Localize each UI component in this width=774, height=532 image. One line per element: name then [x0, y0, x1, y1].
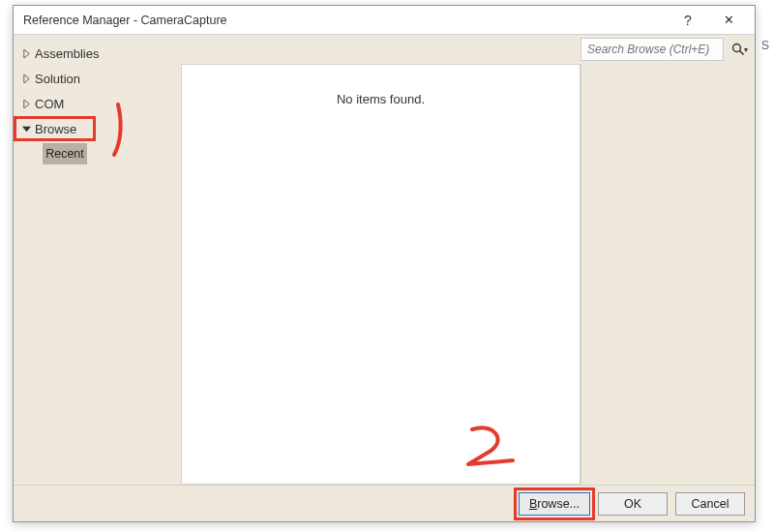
browse-label-rest: rowse... — [537, 497, 580, 511]
chevron-right-icon — [21, 99, 31, 108]
chevron-down-icon — [21, 124, 31, 133]
results-list: No items found. — [181, 64, 580, 485]
sidebar-item-com[interactable]: COM — [14, 91, 181, 116]
cancel-button[interactable]: Cancel — [675, 492, 745, 516]
dropdown-caret-icon: ▾ — [744, 45, 748, 54]
chevron-right-icon — [21, 74, 31, 83]
sidebar: Assemblies Solution COM — [14, 35, 181, 485]
help-button[interactable]: ? — [668, 7, 708, 34]
sidebar-item-label: Assemblies — [35, 46, 99, 61]
search-options-button[interactable]: ▾ — [728, 38, 751, 61]
sidebar-item-label: Solution — [35, 72, 80, 86]
sidebar-item-label: COM — [35, 97, 64, 111]
close-button[interactable]: ✕ — [708, 7, 749, 34]
background-glyph: S — [761, 39, 769, 52]
sidebar-item-browse[interactable]: Browse — [14, 116, 96, 141]
titlebar: Reference Manager - CameraCapture ? ✕ — [14, 6, 755, 35]
toolbar: ▾ — [181, 35, 755, 64]
svg-line-1 — [740, 51, 744, 55]
browse-button[interactable]: Browse... — [519, 492, 590, 516]
browse-accelerator: B — [529, 497, 537, 511]
sidebar-subitem-label: Recent — [45, 147, 84, 161]
sidebar-item-solution[interactable]: Solution — [14, 66, 181, 91]
chevron-right-icon — [21, 48, 31, 58]
sidebar-item-label: Browse — [35, 122, 76, 136]
dialog-footer: Browse... OK Cancel — [14, 485, 755, 521]
svg-point-0 — [733, 44, 741, 52]
reference-manager-window: Reference Manager - CameraCapture ? ✕ As… — [13, 5, 756, 522]
window-title: Reference Manager - CameraCapture — [23, 14, 668, 27]
sidebar-subitem-recent[interactable]: Recent — [43, 143, 87, 164]
sidebar-item-assemblies[interactable]: Assemblies — [14, 41, 181, 66]
search-input[interactable] — [580, 38, 724, 61]
ok-button[interactable]: OK — [598, 492, 668, 516]
details-pane — [580, 64, 755, 485]
empty-results-text: No items found. — [337, 92, 425, 484]
